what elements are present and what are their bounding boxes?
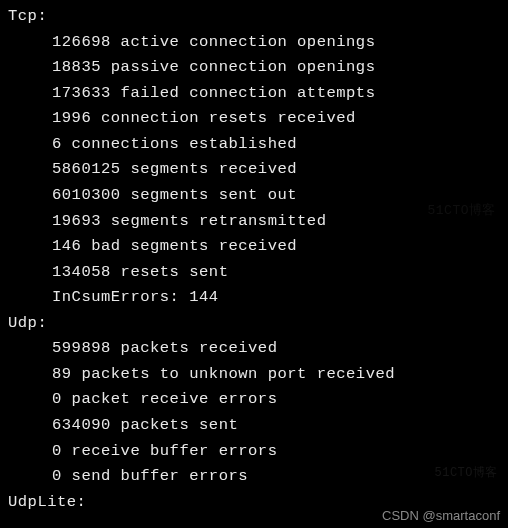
tcp-stat-line: InCsumErrors: 144	[8, 285, 500, 311]
tcp-stat-line: 5860125 segments received	[8, 157, 500, 183]
tcp-stat-line: 6010300 segments sent out	[8, 183, 500, 209]
udp-stat-line: 634090 packets sent	[8, 413, 500, 439]
tcp-stat-line: 1996 connection resets received	[8, 106, 500, 132]
udp-stat-line: 599898 packets received	[8, 336, 500, 362]
tcp-stat-line: 146 bad segments received	[8, 234, 500, 260]
tcp-stat-line: 6 connections established	[8, 132, 500, 158]
tcp-stat-line: 134058 resets sent	[8, 260, 500, 286]
tcp-stat-line: 173633 failed connection attempts	[8, 81, 500, 107]
tcp-stat-line: 18835 passive connection openings	[8, 55, 500, 81]
udp-stat-line: 89 packets to unknown port received	[8, 362, 500, 388]
footer-credit: CSDN @smartaconf	[382, 505, 500, 526]
tcp-stat-line: 19693 segments retransmitted	[8, 209, 500, 235]
tcp-section-header: Tcp:	[8, 4, 500, 30]
udp-stat-line: 0 packet receive errors	[8, 387, 500, 413]
tcp-stat-line: 126698 active connection openings	[8, 30, 500, 56]
udp-stat-line: 0 receive buffer errors	[8, 439, 500, 465]
udp-section-header: Udp:	[8, 311, 500, 337]
udp-stat-line: 0 send buffer errors	[8, 464, 500, 490]
